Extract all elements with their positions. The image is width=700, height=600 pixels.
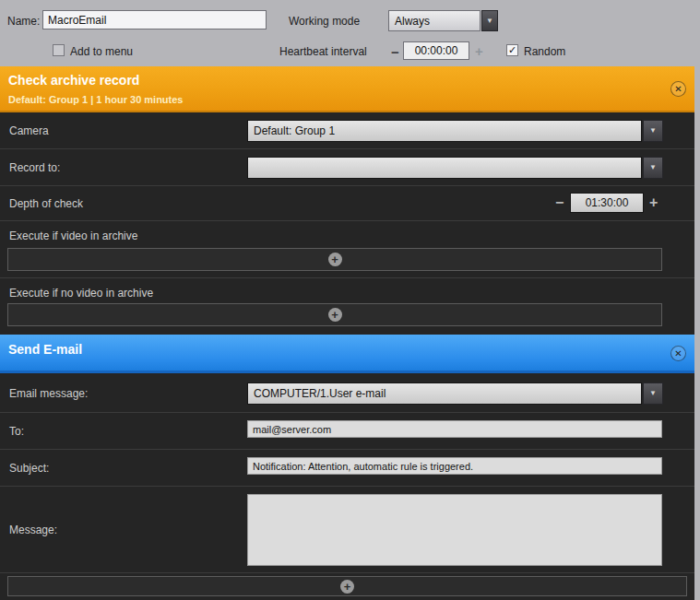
depth-of-check-input[interactable] bbox=[570, 193, 644, 213]
depth-of-check-label: Depth of check bbox=[9, 197, 83, 210]
message-label: Message: bbox=[9, 524, 57, 536]
add-action-if-no-video-button[interactable]: + bbox=[7, 303, 662, 326]
record-to-select[interactable] bbox=[247, 157, 642, 179]
close-icon: ✕ bbox=[674, 84, 682, 94]
execute-if-no-video-label: Execute if no video in archive bbox=[9, 287, 153, 300]
add-action-button[interactable]: + bbox=[7, 576, 687, 596]
top-panel: Name: Working mode Always ▼ Add to menu … bbox=[0, 0, 700, 66]
email-message-dropdown-button[interactable]: ▼ bbox=[643, 382, 663, 405]
heartbeat-interval-input[interactable] bbox=[403, 41, 469, 60]
record-to-dropdown-button[interactable]: ▼ bbox=[643, 157, 663, 179]
name-input[interactable] bbox=[42, 10, 267, 29]
close-icon: ✕ bbox=[674, 348, 682, 359]
to-label: To: bbox=[9, 425, 24, 438]
send-email-title: Send E-mail bbox=[8, 342, 82, 357]
chevron-down-icon: ▼ bbox=[486, 18, 493, 25]
check-archive-subtitle: Default: Group 1 | 1 hour 30 minutes bbox=[8, 94, 184, 105]
add-to-menu-checkbox[interactable] bbox=[53, 44, 65, 56]
chevron-down-icon: ▼ bbox=[649, 390, 657, 397]
random-checkbox[interactable]: ✓ bbox=[506, 44, 518, 56]
name-label: Name: bbox=[7, 15, 40, 28]
checkmark-icon: ✓ bbox=[508, 44, 516, 56]
chevron-down-icon: ▼ bbox=[649, 164, 657, 171]
working-mode-value: Always bbox=[395, 15, 430, 28]
to-input[interactable] bbox=[247, 420, 662, 438]
camera-value: Default: Group 1 bbox=[254, 124, 335, 137]
working-mode-dropdown-button[interactable]: ▼ bbox=[481, 10, 498, 31]
execute-if-video-label: Execute if video in archive bbox=[9, 229, 137, 242]
check-archive-header: Check archive record Default: Group 1 | … bbox=[0, 66, 694, 112]
email-message-label: Email message: bbox=[9, 387, 88, 400]
email-message-value: COMPUTER/1.User e-mail bbox=[254, 387, 386, 400]
working-mode-label: Working mode bbox=[289, 15, 360, 28]
depth-plus-button[interactable]: + bbox=[649, 195, 658, 210]
camera-dropdown-button[interactable]: ▼ bbox=[643, 120, 663, 142]
depth-minus-button[interactable]: − bbox=[555, 195, 564, 210]
check-archive-title: Check archive record bbox=[8, 73, 139, 88]
email-message-select[interactable]: COMPUTER/1.User e-mail bbox=[247, 382, 642, 405]
chevron-down-icon: ▼ bbox=[649, 127, 657, 135]
heartbeat-plus-button[interactable]: + bbox=[475, 44, 483, 58]
heartbeat-minus-button[interactable]: − bbox=[391, 45, 399, 59]
add-to-menu-label: Add to menu bbox=[70, 45, 133, 58]
working-mode-select[interactable]: Always bbox=[388, 10, 481, 31]
camera-label: Camera bbox=[9, 124, 49, 137]
subject-label: Subject: bbox=[9, 462, 49, 475]
send-email-close-button[interactable]: ✕ bbox=[670, 346, 686, 361]
plus-icon: + bbox=[328, 308, 342, 322]
record-to-label: Record to: bbox=[9, 161, 60, 174]
plus-icon: + bbox=[328, 253, 342, 266]
check-archive-close-button[interactable]: ✕ bbox=[670, 81, 686, 97]
message-textarea[interactable] bbox=[247, 494, 662, 566]
plus-icon: + bbox=[340, 580, 354, 594]
camera-select[interactable]: Default: Group 1 bbox=[247, 120, 642, 142]
macro-actions-panel: Check archive record Default: Group 1 | … bbox=[0, 66, 694, 600]
random-label: Random bbox=[524, 45, 565, 58]
heartbeat-interval-label: Heartbeat interval bbox=[279, 45, 367, 58]
add-action-if-video-button[interactable]: + bbox=[7, 248, 662, 271]
subject-input[interactable] bbox=[247, 457, 662, 475]
send-email-header: Send E-mail ✕ bbox=[0, 335, 694, 373]
